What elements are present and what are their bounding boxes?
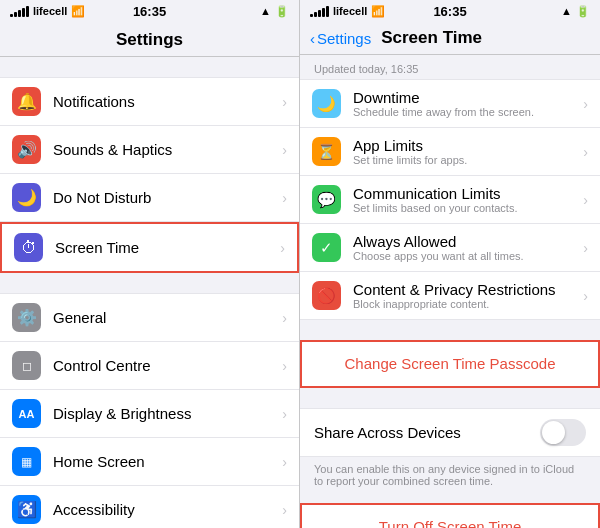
settings-item-sounds[interactable]: 🔊 Sounds & Haptics › bbox=[0, 126, 299, 174]
share-label: Share Across Devices bbox=[314, 424, 461, 441]
chevron-icon: › bbox=[282, 406, 287, 422]
chevron-icon: › bbox=[583, 144, 588, 160]
applimits-icon: ⏳ bbox=[312, 137, 341, 166]
right-item-contentprivacy[interactable]: 🚫 Content & Privacy Restrictions Block i… bbox=[300, 272, 600, 319]
display-label: Display & Brightness bbox=[53, 405, 282, 422]
chevron-icon: › bbox=[282, 358, 287, 374]
general-icon: ⚙️ bbox=[12, 303, 41, 332]
general-label: General bbox=[53, 309, 282, 326]
left-nav-header: Settings bbox=[0, 22, 299, 57]
right-nav-title: Screen Time bbox=[381, 28, 482, 48]
screentime-label: Screen Time bbox=[55, 239, 280, 256]
left-time: 16:35 bbox=[133, 4, 166, 19]
back-label: Settings bbox=[317, 30, 371, 47]
settings-item-dnd[interactable]: 🌙 Do Not Disturb › bbox=[0, 174, 299, 222]
contentprivacy-icon: 🚫 bbox=[312, 281, 341, 310]
signal-icon bbox=[310, 6, 329, 17]
downtime-icon: 🌙 bbox=[312, 89, 341, 118]
dnd-icon: 🌙 bbox=[12, 183, 41, 212]
right-time: 16:35 bbox=[433, 4, 466, 19]
location-icon: ▲ bbox=[561, 5, 572, 17]
location-icon: ▲ bbox=[260, 5, 271, 17]
display-icon: AA bbox=[12, 399, 41, 428]
settings-item-homescreen[interactable]: ▦ Home Screen › bbox=[0, 438, 299, 486]
applimits-label: App Limits bbox=[353, 137, 583, 154]
signal-icon bbox=[10, 6, 29, 17]
right-item-commlimits[interactable]: 💬 Communication Limits Set limits based … bbox=[300, 176, 600, 224]
screen-time-items: 🌙 Downtime Schedule time away from the s… bbox=[300, 79, 600, 320]
chevron-icon: › bbox=[282, 190, 287, 206]
applimits-text: App Limits Set time limits for apps. bbox=[353, 137, 583, 166]
share-toggle[interactable] bbox=[540, 419, 586, 446]
settings-item-screentime[interactable]: ⏱ Screen Time › bbox=[0, 222, 299, 273]
right-carrier-label: lifecell bbox=[333, 5, 367, 17]
left-status-right: ▲ 🔋 bbox=[260, 5, 289, 18]
downtime-label: Downtime bbox=[353, 89, 583, 106]
commlimits-icon: 💬 bbox=[312, 185, 341, 214]
share-row: Share Across Devices bbox=[300, 408, 600, 457]
applimits-subtitle: Set time limits for apps. bbox=[353, 154, 583, 166]
settings-group-2: ⚙️ General › ◻ Control Centre › AA Displ… bbox=[0, 293, 299, 528]
settings-item-accessibility[interactable]: ♿ Accessibility › bbox=[0, 486, 299, 528]
chevron-icon: › bbox=[282, 310, 287, 326]
chevron-icon: › bbox=[280, 240, 285, 256]
contentprivacy-text: Content & Privacy Restrictions Block ina… bbox=[353, 281, 583, 310]
settings-list: 🔔 Notifications › 🔊 Sounds & Haptics › 🌙… bbox=[0, 57, 299, 528]
controlcentre-label: Control Centre bbox=[53, 357, 282, 374]
alwaysallowed-label: Always Allowed bbox=[353, 233, 583, 250]
share-desc: You can enable this on any device signed… bbox=[300, 457, 600, 497]
settings-item-general[interactable]: ⚙️ General › bbox=[0, 293, 299, 342]
homescreen-label: Home Screen bbox=[53, 453, 282, 470]
homescreen-icon: ▦ bbox=[12, 447, 41, 476]
controlcentre-icon: ◻ bbox=[12, 351, 41, 380]
sounds-icon: 🔊 bbox=[12, 135, 41, 164]
left-carrier: lifecell 📶 bbox=[10, 5, 85, 18]
wifi-icon: 📶 bbox=[371, 5, 385, 18]
chevron-icon: › bbox=[282, 142, 287, 158]
passcode-btn-text: Change Screen Time Passcode bbox=[345, 355, 556, 372]
right-carrier: lifecell 📶 bbox=[310, 5, 385, 18]
right-status-right: ▲ 🔋 bbox=[561, 5, 590, 18]
carrier-label: lifecell bbox=[33, 5, 67, 17]
chevron-icon: › bbox=[282, 502, 287, 518]
settings-item-controlcentre[interactable]: ◻ Control Centre › bbox=[0, 342, 299, 390]
settings-item-display[interactable]: AA Display & Brightness › bbox=[0, 390, 299, 438]
wifi-icon: 📶 bbox=[71, 5, 85, 18]
right-item-applimits[interactable]: ⏳ App Limits Set time limits for apps. › bbox=[300, 128, 600, 176]
chevron-icon: › bbox=[583, 240, 588, 256]
back-chevron-icon: ‹ bbox=[310, 30, 315, 47]
left-status-bar: lifecell 📶 16:35 ▲ 🔋 bbox=[0, 0, 299, 22]
notifications-label: Notifications bbox=[53, 93, 282, 110]
chevron-icon: › bbox=[282, 94, 287, 110]
right-status-bar: lifecell 📶 16:35 ▲ 🔋 bbox=[300, 0, 600, 22]
toggle-knob bbox=[542, 421, 565, 444]
updated-label: Updated today, 16:35 bbox=[300, 55, 600, 79]
battery-icon: 🔋 bbox=[275, 5, 289, 18]
chevron-icon: › bbox=[583, 192, 588, 208]
chevron-icon: › bbox=[282, 454, 287, 470]
screentime-icon: ⏱ bbox=[14, 233, 43, 262]
turnoff-button[interactable]: Turn Off Screen Time bbox=[300, 503, 600, 528]
passcode-button[interactable]: Change Screen Time Passcode bbox=[300, 340, 600, 388]
sounds-label: Sounds & Haptics bbox=[53, 141, 282, 158]
contentprivacy-subtitle: Block inappropriate content. bbox=[353, 298, 583, 310]
back-button[interactable]: ‹ Settings bbox=[310, 30, 371, 47]
alwaysallowed-text: Always Allowed Choose apps you want at a… bbox=[353, 233, 583, 262]
accessibility-label: Accessibility bbox=[53, 501, 282, 518]
dnd-label: Do Not Disturb bbox=[53, 189, 282, 206]
downtime-subtitle: Schedule time away from the screen. bbox=[353, 106, 583, 118]
right-item-alwaysallowed[interactable]: ✓ Always Allowed Choose apps you want at… bbox=[300, 224, 600, 272]
right-nav-header: ‹ Settings Screen Time bbox=[300, 22, 600, 55]
downtime-text: Downtime Schedule time away from the scr… bbox=[353, 89, 583, 118]
left-panel: lifecell 📶 16:35 ▲ 🔋 Settings 🔔 Notifica… bbox=[0, 0, 300, 528]
left-title: Settings bbox=[116, 30, 183, 49]
right-item-downtime[interactable]: 🌙 Downtime Schedule time away from the s… bbox=[300, 80, 600, 128]
right-content: Updated today, 16:35 🌙 Downtime Schedule… bbox=[300, 55, 600, 528]
chevron-icon: › bbox=[583, 96, 588, 112]
contentprivacy-label: Content & Privacy Restrictions bbox=[353, 281, 583, 298]
alwaysallowed-icon: ✓ bbox=[312, 233, 341, 262]
notifications-icon: 🔔 bbox=[12, 87, 41, 116]
chevron-icon: › bbox=[583, 288, 588, 304]
commlimits-label: Communication Limits bbox=[353, 185, 583, 202]
settings-item-notifications[interactable]: 🔔 Notifications › bbox=[0, 77, 299, 126]
